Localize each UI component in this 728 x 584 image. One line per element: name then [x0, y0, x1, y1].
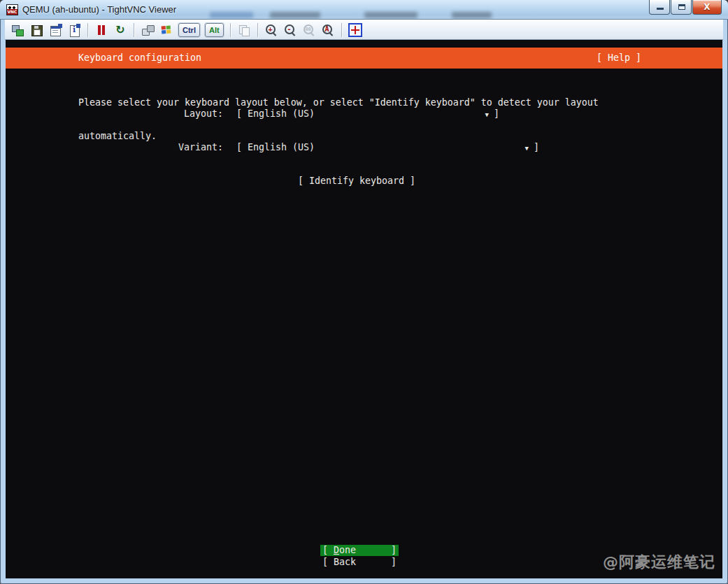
page-corner	[58, 24, 62, 28]
zoom-auto-icon[interactable]: A	[321, 23, 335, 37]
identify-keyboard-button[interactable]: [ Identify keyboard ]	[298, 176, 415, 187]
blurred-overlay-text	[452, 12, 492, 18]
toolbar-separator	[134, 23, 134, 37]
done-close-bracket: ]	[391, 545, 397, 556]
close-button[interactable]: X	[692, 0, 722, 15]
back-button[interactable]: [ Back ]	[320, 557, 399, 568]
variant-select[interactable]: [ English (US) ▼ ]	[236, 142, 539, 198]
new-connection-icon[interactable]	[10, 23, 24, 37]
full-screen-icon[interactable]	[348, 23, 362, 37]
back-close-bracket: ]	[391, 557, 397, 568]
minimize-icon	[657, 8, 664, 10]
blurred-overlay-text	[364, 12, 417, 18]
toolbar-separator	[230, 23, 231, 37]
refresh-icon[interactable]: ↻	[113, 23, 127, 37]
minimize-button[interactable]	[649, 0, 670, 15]
send-ctrl-alt-del-icon[interactable]	[141, 23, 155, 37]
zoom-out-symbol: -	[285, 25, 294, 34]
chevron-down-icon: ▼	[485, 109, 489, 120]
toolbar-separator	[257, 23, 258, 37]
toolbar-separator	[87, 23, 88, 37]
close-icon: X	[693, 2, 721, 12]
layout-value: [ English (US)	[236, 108, 315, 120]
variant-close-bracket: ]	[534, 142, 539, 153]
back-open-bracket: [	[322, 557, 328, 568]
transfer-files-icon[interactable]	[237, 23, 251, 37]
zoom-in-symbol: +	[266, 25, 275, 34]
floppy-shutter	[34, 26, 38, 29]
window-title: QEMU (ah-ubuntu) - TightVNC Viewer	[22, 4, 176, 15]
save-session-icon[interactable]	[29, 23, 43, 37]
layout-close-bracket: ]	[494, 108, 499, 120]
done-button[interactable]: [ Done ]	[320, 545, 399, 556]
zoom-100-symbol: 00	[304, 25, 313, 34]
toolbar: ↻ Ctrl Alt + - 00 A	[5, 20, 723, 40]
blurred-overlay-text	[210, 12, 253, 18]
connection-info-icon[interactable]	[67, 23, 81, 37]
zoom-in-icon[interactable]: +	[264, 23, 278, 37]
channel-watermark: @阿豪运维笔记	[603, 553, 715, 571]
back-label: Back	[334, 557, 356, 568]
alt-toggle-button[interactable]: Alt	[205, 23, 224, 37]
done-label: Done	[334, 545, 356, 556]
toolbar-separator	[341, 23, 342, 37]
zoom-out-icon[interactable]: -	[283, 23, 297, 37]
page-title: Keyboard configuration	[78, 48, 201, 69]
installer-header-bar: Keyboard configuration [ Help ]	[6, 48, 722, 69]
help-button[interactable]: [ Help ]	[597, 48, 641, 69]
vnc-screen: Keyboard configuration [ Help ] Please s…	[6, 40, 722, 578]
chevron-down-icon: ▼	[525, 143, 529, 154]
vnc-app-icon: VNC	[6, 4, 18, 15]
window-controls: X	[648, 0, 722, 15]
ctrl-toggle-button[interactable]: Ctrl	[178, 23, 200, 37]
vnc-icon-label: VNC	[7, 9, 17, 15]
variant-label: Variant:	[178, 142, 223, 153]
maximize-icon	[678, 4, 685, 10]
send-windows-key-icon[interactable]	[159, 22, 173, 37]
zoom-100-icon[interactable]: 00	[302, 23, 316, 37]
maximize-button[interactable]	[671, 0, 692, 15]
layout-label: Layout:	[184, 108, 223, 120]
page-corner	[76, 24, 80, 28]
intro-line-1: Please select your keyboard layout below…	[78, 97, 599, 108]
tightvnc-window: VNC QEMU (ah-ubuntu) - TightVNC Viewer X…	[0, 0, 728, 584]
connection-options-icon[interactable]	[48, 23, 62, 37]
pause-icon[interactable]	[94, 23, 108, 37]
titlebar[interactable]: VNC QEMU (ah-ubuntu) - TightVNC Viewer X	[0, 0, 728, 20]
variant-value: [ English (US)	[236, 142, 315, 153]
blurred-overlay-text	[270, 12, 320, 18]
done-open-bracket: [	[322, 545, 328, 556]
zoom-auto-symbol: A	[323, 25, 331, 34]
